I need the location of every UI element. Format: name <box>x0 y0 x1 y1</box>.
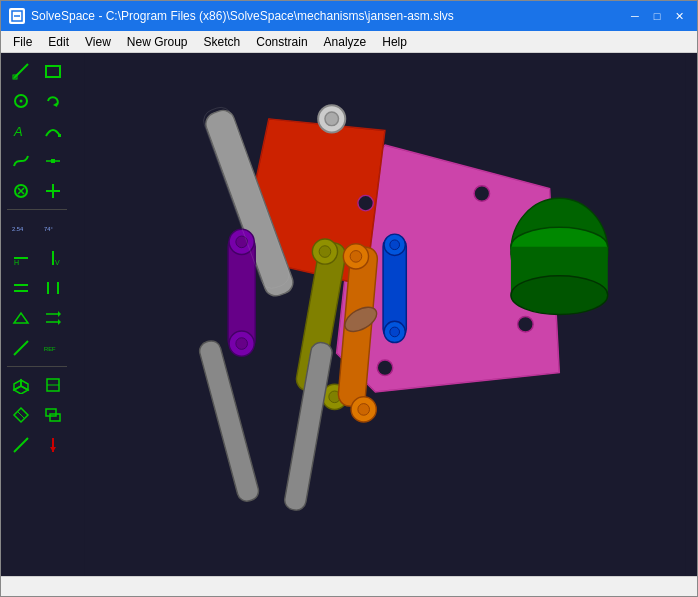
svg-point-81 <box>518 316 533 331</box>
svg-point-70 <box>358 404 370 416</box>
vertical-constraint-button[interactable]: V <box>38 244 68 272</box>
menu-file[interactable]: File <box>5 33 40 51</box>
svg-line-40 <box>14 438 28 452</box>
minimize-button[interactable]: ─ <box>625 6 645 26</box>
svg-point-58 <box>236 236 248 248</box>
tool-row-10: REF <box>3 334 71 362</box>
circle-tool-button[interactable] <box>6 87 36 115</box>
svg-point-50 <box>511 276 608 315</box>
content-area: A <box>1 53 697 576</box>
svg-point-73 <box>390 240 400 250</box>
tool-row-2 <box>3 87 71 115</box>
svg-point-79 <box>358 195 373 210</box>
svg-rect-39 <box>50 414 60 421</box>
svg-text:A: A <box>13 124 23 139</box>
plane-tool-button[interactable] <box>38 371 68 399</box>
svg-point-6 <box>20 100 23 103</box>
svg-line-2 <box>14 64 28 78</box>
menu-bar: File Edit View New Group Sketch Constrai… <box>1 31 697 53</box>
title-bar-left: SolveSpace - C:\Program Files (x86)\Solv… <box>9 8 454 24</box>
3d-viewport[interactable] <box>73 53 697 576</box>
svg-text:H: H <box>14 259 19 266</box>
angle-tool-button[interactable]: 74° <box>38 214 68 242</box>
tool-row-1 <box>3 57 71 85</box>
tool-row-11 <box>3 371 71 399</box>
tool-row-5 <box>3 177 71 205</box>
line-tool-button[interactable] <box>6 57 36 85</box>
window-title: SolveSpace - C:\Program Files (x86)\Solv… <box>31 9 454 23</box>
menu-new-group[interactable]: New Group <box>119 33 196 51</box>
dimension-tool-button[interactable]: 2.54 <box>6 214 36 242</box>
tool-row-3: A <box>3 117 71 145</box>
svg-line-37 <box>17 411 25 419</box>
tool-row-6: 2.54 74° <box>3 214 71 242</box>
left-toolbar: A <box>1 53 73 576</box>
svg-point-82 <box>377 360 392 375</box>
close-button[interactable]: ✕ <box>669 6 689 26</box>
svg-point-68 <box>350 251 362 263</box>
parallel-constraint-button[interactable] <box>38 274 68 302</box>
status-bar <box>1 576 697 596</box>
arrows-tool-button[interactable] <box>38 304 68 332</box>
svg-marker-31 <box>58 319 61 325</box>
tool-row-4 <box>3 147 71 175</box>
svg-text:V: V <box>55 259 60 266</box>
tool-row-8 <box>3 274 71 302</box>
ref-tool-button[interactable]: REF <box>38 334 68 362</box>
navigate-tool-button[interactable] <box>38 431 68 459</box>
menu-help[interactable]: Help <box>374 33 415 51</box>
svg-rect-4 <box>46 66 60 77</box>
svg-point-60 <box>236 338 248 350</box>
window-controls: ─ □ ✕ <box>625 6 689 26</box>
svg-point-63 <box>319 246 331 258</box>
menu-edit[interactable]: Edit <box>40 33 77 51</box>
horizontal-constraint-button[interactable]: H <box>6 244 36 272</box>
rect-tool-button[interactable] <box>38 57 68 85</box>
svg-marker-43 <box>50 447 56 452</box>
svg-text:REF: REF <box>44 346 56 352</box>
svg-text:74°: 74° <box>44 226 53 232</box>
svg-rect-38 <box>46 409 56 416</box>
app-icon <box>9 8 25 24</box>
svg-point-55 <box>325 112 339 126</box>
svg-rect-10 <box>51 159 55 163</box>
perspective-tool-button[interactable] <box>6 431 36 459</box>
app-window: SolveSpace - C:\Program Files (x86)\Solv… <box>0 0 698 597</box>
svg-marker-7 <box>53 102 58 107</box>
3d-view-button[interactable] <box>6 371 36 399</box>
maximize-button[interactable]: □ <box>647 6 667 26</box>
svg-marker-30 <box>58 311 61 317</box>
constraint-tool-button[interactable] <box>6 177 36 205</box>
svg-point-75 <box>390 327 400 337</box>
toolbar-divider-1 <box>7 209 67 210</box>
diamond-tool-button[interactable] <box>6 401 36 429</box>
trim-tool-button[interactable] <box>38 177 68 205</box>
rotate-tool-button[interactable] <box>38 87 68 115</box>
symmetric-constraint-button[interactable] <box>6 304 36 332</box>
menu-analyze[interactable]: Analyze <box>316 33 375 51</box>
toolbar-divider-2 <box>7 366 67 367</box>
menu-constrain[interactable]: Constrain <box>248 33 315 51</box>
menu-view[interactable]: View <box>77 33 119 51</box>
spline-tool-button[interactable] <box>6 147 36 175</box>
diagonal-tool-button[interactable] <box>6 334 36 362</box>
title-bar: SolveSpace - C:\Program Files (x86)\Solv… <box>1 1 697 31</box>
tool-row-12 <box>3 401 71 429</box>
node-tool-button[interactable] <box>38 147 68 175</box>
menu-sketch[interactable]: Sketch <box>196 33 249 51</box>
tangent-tool-button[interactable] <box>38 117 68 145</box>
tool-row-9 <box>3 304 71 332</box>
svg-rect-9 <box>58 134 61 137</box>
svg-point-80 <box>474 186 489 201</box>
svg-line-32 <box>14 341 28 355</box>
mechanism-drawing <box>73 53 697 576</box>
tool-row-13 <box>3 431 71 459</box>
arc-tool-button[interactable]: A <box>6 117 36 145</box>
equal-constraint-button[interactable] <box>6 274 36 302</box>
stack-tool-button[interactable] <box>38 401 68 429</box>
svg-text:2.54: 2.54 <box>12 226 24 232</box>
tool-row-7: H V <box>3 244 71 272</box>
